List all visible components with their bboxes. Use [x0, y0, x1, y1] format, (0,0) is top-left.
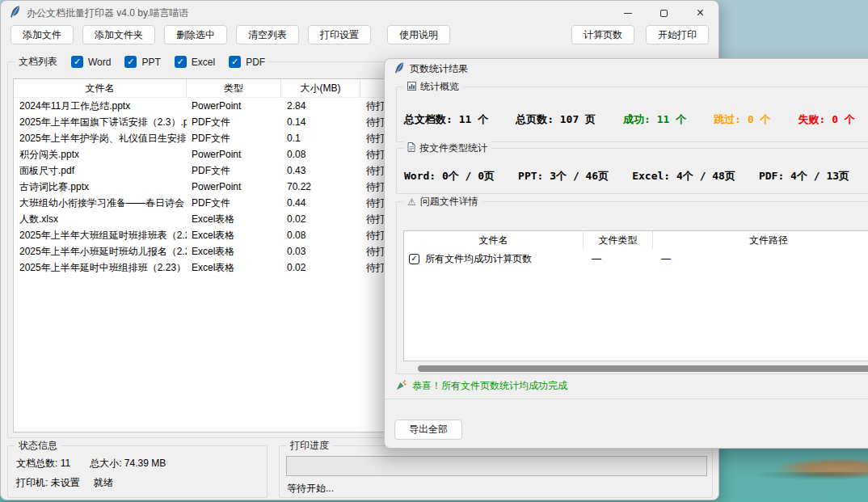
file-cell-size: 0.14 — [281, 114, 360, 130]
filter-label: Word — [88, 57, 111, 68]
file-cell-type: PDF文件 — [187, 162, 281, 179]
problem-column-header-3[interactable]: 文件路径 — [653, 231, 868, 249]
minimize-button[interactable] — [609, 1, 646, 25]
dialog-title-bar[interactable]: 页数统计结果 — [385, 59, 868, 79]
file-column-header-3[interactable]: 大小(MB) — [281, 79, 360, 98]
overview-legend: 统计概览 — [403, 80, 463, 94]
overview-stat-2: 总页数: 107 页 — [516, 112, 596, 127]
doc-count-text: 文档总数: 11 — [16, 457, 70, 470]
file-cell-name: 面板尺寸.pdf — [14, 162, 187, 179]
toolbar-action-button-2[interactable]: 开始打印 — [646, 25, 709, 44]
overview-stat-1: 总文档数: 11 个 — [404, 112, 488, 127]
success-message: 恭喜！所有文件页数统计均成功完成 — [412, 379, 567, 393]
toolbar-button-5[interactable]: 打印设置 — [308, 25, 371, 44]
filter-word[interactable]: ✓Word — [71, 56, 111, 68]
filter-checkbox-row: ✓Word✓PPT✓Excel✓PDF — [71, 56, 265, 68]
print-progress-group: 打印进度 等待开始... — [279, 445, 713, 498]
total-size-text: 总大小: 74.39 MB — [90, 457, 166, 470]
toolbar-button-2[interactable]: 添加文件夹 — [82, 25, 155, 44]
celebration-icon — [396, 380, 407, 393]
problem-column-header-2[interactable]: 文件类型 — [584, 231, 653, 249]
maximize-icon — [660, 10, 668, 17]
checkbox-checked-icon[interactable]: ✓ — [229, 56, 241, 68]
problem-row-text: 所有文件均成功计算页数 — [425, 252, 532, 266]
filter-ppt[interactable]: ✓PPT — [124, 56, 160, 68]
overview-stat-5: 失败: 0 个 — [798, 112, 855, 127]
progress-status-text: 等待开始... — [287, 482, 334, 496]
problem-table-body: ✓所有文件均成功计算页数—— — [404, 249, 868, 268]
file-cell-name: 大班组幼小衔接学习准备——春日诗会 — [14, 195, 187, 211]
status-info-legend: 状态信息 — [15, 439, 61, 453]
window-title: 办公文档批量打印器 v4.0 by.喵言喵语 — [27, 6, 188, 20]
file-cell-size: 70.22 — [281, 179, 360, 195]
close-icon: × — [697, 6, 704, 19]
close-button[interactable]: × — [682, 1, 718, 25]
file-cell-type: Excel表格 — [187, 227, 281, 243]
problem-column-header-1[interactable]: 文件名 — [404, 231, 584, 249]
file-cell-name: 2025年上半年国旗下讲话安排（2.3）.p — [14, 114, 187, 130]
file-cell-name: 人数.xlsx — [14, 211, 187, 227]
toolbar-button-1[interactable]: 添加文件 — [11, 25, 74, 44]
overview-stat-4: 跳过: 0 个 — [714, 112, 770, 127]
toolbar-button-3[interactable]: 删除选中 — [164, 25, 227, 44]
file-list-legend: 文档列表 ✓Word✓PPT✓Excel✓PDF — [15, 55, 269, 69]
toolbar-action-button-1[interactable]: 计算页数 — [571, 25, 634, 44]
checkbox-checked-icon[interactable]: ✓ — [175, 56, 187, 68]
progress-bar — [286, 456, 707, 476]
file-cell-name: 2025年上半年小班延时班幼儿报名（2.2 — [14, 243, 187, 259]
file-cell-size: 0.02 — [281, 259, 360, 276]
printer-text: 打印机: 未设置 — [16, 476, 80, 490]
by-type-legend: 按文件类型统计 — [403, 141, 491, 155]
checkbox-checked-icon[interactable]: ✓ — [124, 56, 137, 68]
file-cell-size: 0.03 — [281, 243, 360, 259]
app-feather-icon — [10, 6, 20, 20]
ready-text: 就绪 — [94, 476, 113, 490]
file-cell-size: 0.44 — [281, 195, 360, 211]
checkbox-checked-icon[interactable]: ✓ — [71, 56, 83, 68]
file-cell-type: Excel表格 — [187, 259, 281, 276]
page-count-dialog: 页数统计结果 统计概览 总文档数: 11 个总页数: 107 页成功: 11 个… — [384, 58, 868, 449]
print-progress-label: 打印进度 — [290, 439, 329, 453]
document-icon — [407, 142, 415, 154]
dialog-title: 页数统计结果 — [410, 62, 468, 76]
by-type-stat-1: Word: 0个 / 0页 — [404, 169, 495, 184]
success-message-row: 恭喜！所有文件页数统计均成功完成 — [396, 379, 567, 393]
title-bar[interactable]: 办公文档批量打印器 v4.0 by.喵言喵语 × — [1, 1, 718, 25]
overview-stat-3: 成功: 11 个 — [623, 112, 686, 127]
file-cell-name: 2025年上半年护学岗、礼仪值日生安排 — [14, 130, 187, 146]
bar-chart-icon — [407, 82, 416, 93]
problem-cell-name: ✓所有文件均成功计算页数 — [404, 252, 584, 266]
horizontal-scrollbar[interactable] — [418, 365, 868, 372]
overview-group: 统计概览 总文档数: 11 个总页数: 107 页成功: 11 个跳过: 0 个… — [396, 86, 868, 142]
file-cell-name: 古诗词比赛.pptx — [14, 179, 187, 195]
toolbar-button-6[interactable]: 使用说明 — [387, 25, 450, 44]
file-cell-name: 积分闯关.pptx — [14, 146, 187, 162]
by-type-stat-2: PPT: 3个 / 46页 — [518, 169, 609, 184]
file-cell-type: PowerPoint — [187, 98, 281, 114]
problem-files-table[interactable]: 文件名文件类型文件路径 ✓所有文件均成功计算页数—— — [403, 230, 868, 361]
minimize-icon — [624, 13, 632, 14]
export-all-button[interactable]: 导出全部 — [394, 420, 462, 440]
file-cell-size: 0.08 — [281, 227, 360, 243]
dialog-feather-icon — [394, 62, 404, 76]
file-cell-size: 0.08 — [281, 146, 360, 162]
row-checkbox-icon[interactable]: ✓ — [409, 254, 419, 264]
window-controls: × — [609, 1, 718, 25]
file-cell-type: PDF文件 — [187, 130, 281, 146]
file-column-header-1[interactable]: 文件名 — [14, 79, 187, 98]
filter-pdf[interactable]: ✓PDF — [229, 56, 265, 68]
file-cell-name: 2024年11月工作总结.pptx — [14, 98, 187, 114]
overview-label: 统计概览 — [420, 80, 459, 94]
toolbar-right-group: 计算页数开始打印 — [571, 25, 709, 44]
maximize-button[interactable] — [646, 1, 682, 25]
file-column-header-2[interactable]: 类型 — [187, 79, 281, 98]
problem-row[interactable]: ✓所有文件均成功计算页数—— — [404, 249, 868, 268]
problem-cell-type: — — [584, 253, 653, 264]
by-type-stat-3: Excel: 4个 / 48页 — [632, 169, 735, 184]
filter-excel[interactable]: ✓Excel — [175, 56, 215, 68]
filter-label: Excel — [192, 57, 215, 68]
file-cell-type: PowerPoint — [187, 179, 281, 195]
toolbar-button-4[interactable]: 清空列表 — [236, 25, 299, 44]
filter-label: PDF — [246, 57, 265, 68]
file-cell-size: 2.84 — [281, 98, 360, 114]
